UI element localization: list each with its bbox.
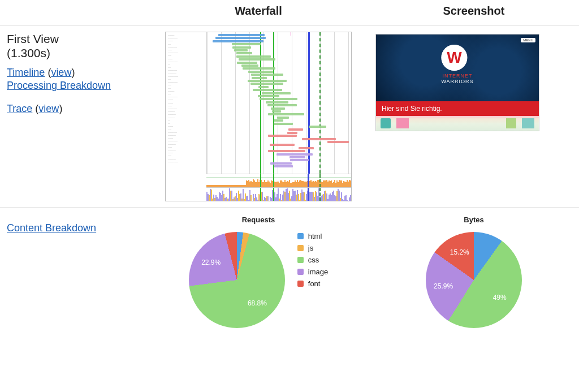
- legend-html: html: [297, 232, 328, 240]
- bytes-pie-chart[interactable]: 49%25.9%15.2%: [426, 232, 522, 328]
- legend-css: css: [297, 256, 328, 264]
- processing-breakdown-link[interactable]: Processing Breakdown: [7, 80, 111, 91]
- timeline-view-link[interactable]: view: [51, 67, 71, 78]
- legend-image: image: [297, 268, 328, 276]
- trace-view-link[interactable]: view: [38, 103, 59, 114]
- first-view-label: First View: [7, 32, 59, 45]
- first-view-timing: (1.300s): [7, 46, 50, 59]
- requests-pie-chart[interactable]: 68.8%22.9%: [189, 232, 285, 328]
- screenshot-thumbnail[interactable]: MENU W INTERNET WARRIORS Hier sind Sie r…: [375, 34, 539, 131]
- legend-js: js: [297, 244, 328, 252]
- legend-font: font: [297, 279, 328, 288]
- requests-pie-title: Requests: [242, 216, 275, 224]
- brand-logo: W INTERNET WARRIORS: [441, 45, 473, 84]
- brand-word-2: WARRIORS: [441, 79, 473, 84]
- trace-link[interactable]: Trace: [7, 103, 32, 114]
- col-header-screenshot: Screenshot: [369, 0, 579, 26]
- col-header-waterfall: Waterfall: [148, 0, 369, 26]
- content-breakdown-link[interactable]: Content Breakdown: [7, 222, 96, 234]
- first-view-heading: First View (1.300s): [7, 32, 141, 60]
- screenshot-banner: Hier sind Sie richtig.: [376, 101, 539, 116]
- bytes-pie-block: Bytes 49%25.9%15.2%: [375, 213, 572, 328]
- brand-logo-icon: W: [441, 45, 467, 71]
- timeline-link[interactable]: Timeline: [7, 67, 45, 78]
- screenshot-badge: MENU: [521, 38, 535, 42]
- bytes-pie-title: Bytes: [464, 216, 483, 224]
- results-table: Waterfall Screenshot First View (1.300s)…: [0, 0, 579, 334]
- brand-word-1: INTERNET: [442, 73, 472, 79]
- waterfall-thumbnail[interactable]: ·········· ··············· ········ ····…: [165, 32, 352, 201]
- pie-legend: html js css image font: [297, 232, 328, 291]
- requests-pie-block: Requests 68.8%22.9% html js css image fo…: [155, 213, 362, 328]
